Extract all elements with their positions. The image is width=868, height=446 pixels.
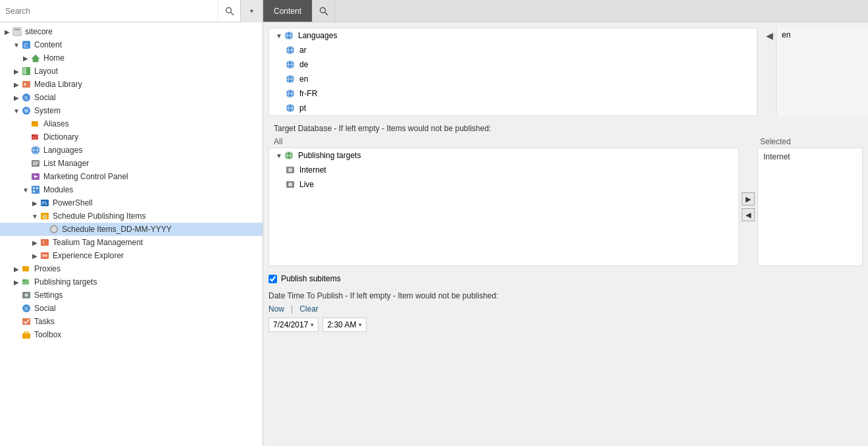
now-link[interactable]: Now: [268, 304, 284, 314]
pub-target-live[interactable]: Live: [269, 177, 738, 192]
toggle-schedule-items: [39, 226, 49, 233]
search-button[interactable]: [218, 0, 240, 22]
date-select[interactable]: 7/24/2017 ▾: [268, 318, 319, 332]
tree-item-powershell[interactable]: ▶ PS PowerShell: [0, 196, 263, 209]
toggle-social[interactable]: ▶: [12, 94, 21, 101]
tree-item-experience[interactable]: ▶ Experience Explorer: [0, 249, 263, 262]
svg-rect-46: [22, 266, 26, 268]
lang-en-label: en: [299, 74, 308, 84]
lang-en[interactable]: en: [269, 72, 757, 86]
tree-label-schedule-items: Schedule Items_DD-MM-YYYY: [62, 225, 172, 234]
publish-subitems-label[interactable]: Publish subitems: [281, 274, 341, 283]
lang-pt[interactable]: pt: [269, 101, 757, 115]
tree-item-content[interactable]: ▼ C Content: [0, 38, 263, 51]
tree-item-dictionary[interactable]: Dictionary: [0, 130, 263, 144]
arrow-right-button[interactable]: ▶: [742, 192, 755, 206]
tree-item-system[interactable]: ▼ System: [0, 104, 263, 117]
toggle-layout[interactable]: ▶: [12, 68, 21, 75]
aliases-icon: [30, 119, 41, 129]
time-select[interactable]: 2:30 AM ▾: [322, 318, 367, 332]
tree-item-layout[interactable]: ▶ Layout: [0, 65, 263, 78]
tree-item-schedule-items[interactable]: Schedule Items_DD-MM-YYYY: [0, 223, 263, 236]
home-icon: [30, 53, 41, 63]
search-input[interactable]: [0, 4, 218, 18]
tree-item-sitecore[interactable]: ▶ sitecore: [0, 25, 263, 38]
lang-de[interactable]: de: [269, 57, 757, 72]
tree-label-marketing: Marketing Control Panel: [43, 172, 128, 181]
search-dropdown-button[interactable]: ▾: [240, 0, 263, 22]
languages-tree-root[interactable]: ▼ Languages: [269, 28, 757, 43]
tree-item-schedule-publishing[interactable]: ▼ Schedule Publishing Items: [0, 209, 263, 223]
tree-item-social2[interactable]: S Social: [0, 302, 263, 315]
toggle-proxies[interactable]: ▶: [12, 265, 21, 273]
tree-item-toolbox[interactable]: Toolbox: [0, 328, 263, 341]
tree-item-marketing[interactable]: Marketing Control Panel: [0, 170, 263, 183]
toggle-content[interactable]: ▼: [12, 42, 21, 49]
internet-icon: [285, 165, 295, 175]
svg-rect-28: [32, 186, 39, 194]
tree-label-toolbox: Toolbox: [34, 330, 61, 339]
pub-targets-root-label: Publishing targets: [298, 151, 361, 160]
langs-collapse-panel: ◀: [763, 28, 776, 116]
languages-icon: [30, 145, 41, 155]
social2-icon: S: [21, 303, 32, 314]
lang-fr[interactable]: fr-FR: [269, 86, 757, 101]
tree-label-modules: Modules: [43, 185, 73, 194]
languages-collapse-btn[interactable]: ▼: [274, 32, 284, 40]
lang-de-label: de: [299, 60, 308, 69]
svg-point-39: [51, 227, 57, 232]
tree-item-aliases[interactable]: Aliases: [0, 117, 263, 130]
time-dropdown-arrow[interactable]: ▾: [359, 321, 362, 328]
tree-item-publishing-targets[interactable]: ▶ Publishing targets: [0, 275, 263, 289]
langs-collapse-arrow[interactable]: ◀: [766, 30, 773, 41]
selected-target-internet[interactable]: Internet: [761, 151, 859, 163]
toggle-schedule[interactable]: ▼: [30, 213, 39, 220]
tree-label-content: Content: [34, 40, 62, 49]
toggle-publishing-targets[interactable]: ▶: [12, 279, 21, 286]
tree-label-aliases: Aliases: [43, 119, 69, 128]
publish-subitems-row: Publish subitems: [263, 271, 868, 286]
pub-targets-root[interactable]: ▼ Publishing targets: [269, 148, 738, 163]
tree-item-languages[interactable]: Languages: [0, 144, 263, 157]
tree-item-proxies[interactable]: ▶ Proxies: [0, 262, 263, 275]
tree-item-list-manager[interactable]: List Manager: [0, 157, 263, 170]
svg-rect-48: [22, 279, 26, 281]
tree-item-media-library[interactable]: ▶ Media Library: [0, 78, 263, 91]
lang-de-icon: [285, 59, 295, 70]
svg-point-44: [45, 254, 47, 257]
pub-target-internet[interactable]: Internet: [269, 163, 738, 177]
schedule-item-icon: [49, 224, 59, 235]
clear-link[interactable]: Clear: [299, 304, 319, 314]
toggle-media[interactable]: ▶: [12, 81, 21, 88]
pub-targets-collapse[interactable]: ▼: [274, 152, 284, 159]
tab-search-button[interactable]: [313, 0, 335, 22]
tree-item-tasks[interactable]: Tasks: [0, 315, 263, 328]
toggle-system[interactable]: ▼: [12, 107, 21, 115]
system-icon: [21, 105, 32, 116]
tree-item-tealium[interactable]: ▶ T Tealium Tag Management: [0, 236, 263, 249]
toggle-experience[interactable]: ▶: [30, 252, 39, 260]
svg-rect-18: [32, 134, 35, 136]
date-dropdown-arrow[interactable]: ▾: [311, 321, 314, 328]
tree-label-list-manager: List Manager: [43, 159, 89, 168]
tree-item-social[interactable]: ▶ S Social: [0, 91, 263, 104]
toolbox-icon: [21, 329, 32, 340]
tree-item-modules[interactable]: ▼ Modules: [0, 183, 263, 196]
toggle-sitecore[interactable]: ▶: [3, 28, 12, 36]
date-value: 7/24/2017: [273, 320, 308, 329]
publish-subitems-checkbox[interactable]: [268, 275, 277, 283]
toggle-powershell[interactable]: ▶: [30, 200, 39, 207]
tree-label-dictionary: Dictionary: [43, 132, 78, 142]
publishing-targets-section: ▼ Publishing targets Internet: [268, 148, 863, 266]
arrow-left-button[interactable]: ◀: [742, 208, 755, 221]
lang-ar[interactable]: ar: [269, 43, 757, 57]
tree-item-home[interactable]: ▶ Home: [0, 51, 263, 65]
toggle-modules[interactable]: ▼: [21, 186, 30, 194]
tab-content[interactable]: Content: [263, 0, 313, 22]
toggle-tealium[interactable]: ▶: [30, 239, 39, 246]
toggle-home[interactable]: ▶: [21, 55, 30, 62]
proxies-icon: [21, 264, 32, 274]
svg-text:PS: PS: [41, 201, 47, 206]
tree-label-publishing-targets: Publishing targets: [34, 277, 97, 287]
tree-item-settings[interactable]: Settings: [0, 289, 263, 302]
